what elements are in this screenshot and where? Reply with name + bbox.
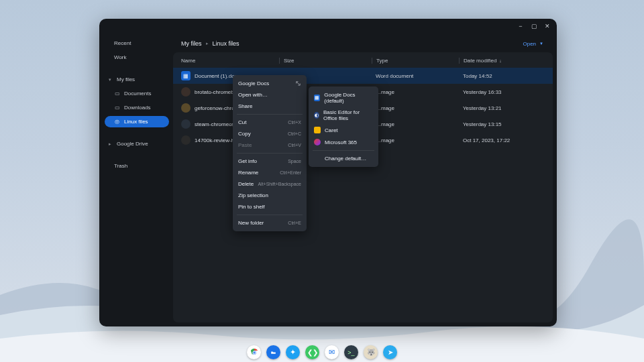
gdocs-icon: ▦ <box>314 95 320 101</box>
chevron-right-icon: ▸ <box>109 141 111 147</box>
chevron-right-icon: ▸ <box>206 41 209 46</box>
maximize-button[interactable]: ▢ <box>530 22 538 30</box>
sidebar-item-documents[interactable]: ▭Documents <box>105 88 169 99</box>
folder-icon: ▭ <box>114 105 120 111</box>
basic-editor-icon: ◐ <box>314 112 319 119</box>
submenu-caret[interactable]: Caret <box>309 124 378 136</box>
app-chrome[interactable] <box>247 345 261 359</box>
ctx-copy[interactable]: CopyCtrl+C <box>233 128 307 139</box>
sidebar-item-myfiles[interactable]: ▾My files <box>105 74 169 85</box>
messages-icon: ✉ <box>329 348 335 357</box>
external-icon <box>295 80 301 86</box>
column-size[interactable]: Size <box>279 58 372 64</box>
submenu-google-docs[interactable]: ▦Google Docs (default) <box>309 89 378 107</box>
sidebar: Recent Work ▾My files ▭Documents ▭Downlo… <box>99 34 173 326</box>
open-button[interactable]: Open▼ <box>523 41 543 47</box>
doc-icon: ▦ <box>181 71 191 80</box>
ctx-rename[interactable]: RenameCtrl+Enter <box>233 167 307 178</box>
ctx-cut[interactable]: CutCtrl+X <box>233 117 307 128</box>
svg-point-2 <box>252 351 255 353</box>
minimize-button[interactable]: − <box>517 22 525 30</box>
main-pane: My files ▸ Linux files Open▼ Name Size T… <box>173 34 557 326</box>
submenu-basic-editor[interactable]: ◐Basic Editor for Office files <box>309 107 378 124</box>
chevron-down-icon: ▾ <box>109 77 111 82</box>
image-icon <box>181 103 191 113</box>
gimp-icon: 🐺 <box>367 349 375 356</box>
ctx-google-docs[interactable]: Google Docs <box>233 78 307 89</box>
image-icon <box>181 119 191 129</box>
ctx-delete[interactable]: DeleteAlt+Shift+Backspace <box>233 178 307 190</box>
ctx-pin[interactable]: Pin to shelf <box>233 201 307 213</box>
column-name[interactable]: Name <box>181 58 279 64</box>
app-files[interactable] <box>266 345 280 359</box>
ctx-new-folder[interactable]: New folderCtrl+E <box>233 217 307 229</box>
app-twitter[interactable]: ✦ <box>286 345 300 359</box>
ctx-get-info[interactable]: Get infoSpace <box>233 156 307 167</box>
ms365-icon <box>314 139 321 145</box>
files-window: − ▢ ✕ Recent Work ▾My files ▭Documents ▭… <box>99 19 557 326</box>
folder-icon: ▭ <box>114 90 120 97</box>
close-button[interactable]: ✕ <box>543 22 551 30</box>
column-date[interactable]: Date modified↓ <box>459 58 546 64</box>
dropdown-icon: ▼ <box>539 42 543 46</box>
image-icon <box>181 135 191 145</box>
titlebar: − ▢ ✕ <box>99 19 557 34</box>
ctx-zip[interactable]: Zip selection <box>233 190 307 201</box>
whatsapp-icon: ❮❯ <box>307 349 318 356</box>
sidebar-item-recent[interactable]: Recent <box>105 38 169 49</box>
image-icon <box>181 87 191 97</box>
sidebar-item-trash[interactable]: Trash <box>105 160 169 172</box>
sidebar-item-downloads[interactable]: ▭Downloads <box>105 102 169 113</box>
shelf: ✦ ❮❯ ✉ >_ 🐺 ➤ <box>247 345 397 359</box>
breadcrumb-root[interactable]: My files <box>181 40 202 47</box>
toolbar: My files ▸ Linux files Open▼ <box>173 34 553 52</box>
table-header: Name Size Type Date modified↓ <box>173 52 553 68</box>
file-panel: Name Size Type Date modified↓ ▦Document … <box>173 52 553 322</box>
app-messages[interactable]: ✉ <box>325 345 339 359</box>
open-with-submenu: ▦Google Docs (default) ◐Basic Editor for… <box>309 86 378 167</box>
app-whatsapp[interactable]: ❮❯ <box>305 345 319 359</box>
app-terminal[interactable]: >_ <box>344 345 358 359</box>
sidebar-item-linux[interactable]: ◎Linux files <box>105 116 169 127</box>
column-type[interactable]: Type <box>372 58 459 64</box>
linux-icon: ◎ <box>114 119 120 125</box>
ctx-paste: PasteCtrl+V <box>233 139 307 151</box>
breadcrumb-current: Linux files <box>213 40 239 47</box>
submenu-change-default[interactable]: Change default… <box>309 153 378 164</box>
context-menu: Google Docs Open with… Share CutCtrl+X C… <box>233 75 307 231</box>
submenu-ms365[interactable]: Microsoft 365 <box>309 136 378 148</box>
sidebar-item-work[interactable]: Work <box>105 52 169 63</box>
sidebar-item-gdrive[interactable]: ▸Google Drive <box>105 138 169 149</box>
caret-icon <box>314 127 321 133</box>
app-telegram[interactable]: ➤ <box>383 345 397 359</box>
app-gimp[interactable]: 🐺 <box>364 345 378 359</box>
ctx-share[interactable]: Share <box>233 101 307 112</box>
ctx-open-with[interactable]: Open with… <box>233 89 307 101</box>
sort-desc-icon: ↓ <box>499 58 502 63</box>
table-row[interactable]: ▦Document (1).docx Word document Today 1… <box>173 68 553 84</box>
